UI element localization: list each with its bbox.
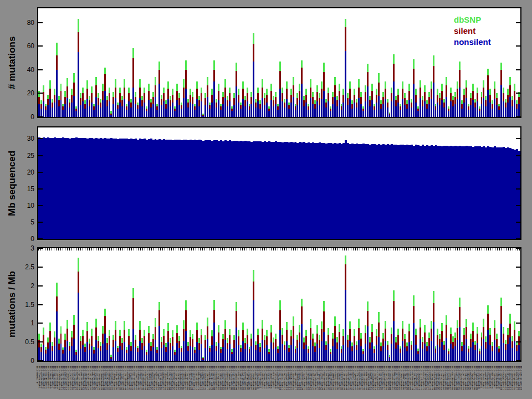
bar-segment-nonsilent — [250, 346, 252, 361]
bar-segment-nonsilent — [385, 99, 386, 117]
y-tick-label: 15 — [27, 185, 34, 193]
bar-segment-dbsnp — [474, 341, 476, 345]
bar-segment-dbsnp — [457, 81, 458, 89]
bar-segment-silent — [264, 340, 265, 348]
bar-segment-nonsilent — [492, 351, 493, 361]
bar-segment-silent — [165, 347, 167, 352]
bar-segment-nonsilent — [479, 111, 480, 117]
y-tick — [38, 45, 43, 47]
bar-segment-dbsnp — [321, 81, 323, 89]
bar-segment-nonsilent — [216, 351, 217, 361]
bar-segment-dbsnp — [150, 342, 152, 346]
y-tick — [516, 341, 520, 342]
bar-segment-nonsilent — [468, 110, 469, 117]
bar-segment-silent — [56, 296, 58, 311]
bar-segment-nonsilent — [481, 104, 483, 117]
bar-segment-silent — [207, 85, 208, 97]
bar-segment-silent — [238, 95, 239, 103]
bar-segment-nonsilent — [117, 109, 119, 117]
bar-segment-silent — [463, 95, 465, 103]
bar-segment-dbsnp — [253, 270, 254, 282]
bar-segment-nonsilent — [286, 341, 288, 361]
bar-segment-dbsnp — [358, 79, 360, 88]
bar-segment-nonsilent — [170, 350, 171, 361]
bar-segment-nonsilent — [144, 103, 145, 117]
bar-segment-nonsilent — [376, 345, 377, 361]
panel-num-mutations: 020406080 — [37, 7, 521, 118]
y-tick — [38, 323, 43, 324]
bar-segment-nonsilent — [323, 332, 325, 361]
bar-segment-nonsilent — [43, 101, 44, 117]
bar-segment-nonsilent — [349, 99, 351, 117]
bar-segment-nonsilent — [190, 103, 191, 117]
bar-segment-silent — [115, 330, 116, 341]
bar-segment-silent — [463, 335, 465, 345]
bar-segment-dbsnp — [450, 328, 452, 334]
bar-segment-silent — [441, 331, 443, 341]
bar-segment-nonsilent — [60, 344, 62, 361]
bar-segment-dbsnp — [446, 77, 447, 85]
bar-segment-dbsnp — [54, 331, 55, 337]
bar-segment-nonsilent — [310, 340, 311, 361]
bar-segment-silent — [470, 339, 472, 347]
bar-segment-nonsilent — [75, 111, 77, 117]
bar-segment-dbsnp — [218, 84, 219, 91]
bar-segment-silent — [161, 342, 162, 348]
bar-segment-nonsilent — [80, 105, 81, 117]
bar-segment-nonsilent — [163, 345, 165, 361]
bar-segment-dbsnp — [286, 322, 288, 330]
bar-segment-dbsnp — [489, 328, 491, 335]
bar-segment-dbsnp — [89, 96, 90, 101]
bar-segment-nonsilent — [279, 89, 281, 117]
bar-segment-nonsilent — [231, 111, 233, 117]
bar-segment-silent — [367, 72, 369, 86]
bar-segment-nonsilent — [507, 103, 509, 117]
bar-segment-nonsilent — [95, 97, 97, 117]
bar-segment-dbsnp — [299, 325, 300, 332]
y-tick-label: 60 — [27, 42, 34, 50]
bar-segment-dbsnp — [406, 342, 408, 346]
bar-segment-silent — [301, 68, 303, 84]
bar-segment-nonsilent — [489, 103, 491, 117]
bar-segment-nonsilent — [247, 101, 248, 117]
bar-segment-nonsilent — [204, 348, 206, 361]
bar-segment-nonsilent — [404, 347, 406, 361]
bar-segment-dbsnp — [66, 320, 68, 329]
bar-segment-dbsnp — [367, 64, 369, 72]
bar-segment-nonsilent — [389, 358, 391, 361]
bar-segment-nonsilent — [194, 110, 196, 117]
bar-segment-silent — [121, 100, 123, 106]
bar-segment-dbsnp — [60, 326, 62, 334]
bar-segment-dbsnp — [253, 33, 254, 44]
bar-segment-dbsnp — [58, 339, 60, 344]
bar-segment-nonsilent — [290, 345, 292, 361]
bar-segment-silent — [262, 329, 263, 340]
bar-segment-dbsnp — [354, 89, 355, 95]
bar-segment-dbsnp — [518, 331, 520, 336]
y-tick-label: 5 — [30, 218, 34, 226]
bar-segment-silent — [290, 336, 292, 345]
bar-segment-silent — [240, 348, 242, 352]
bar-segment-silent — [277, 349, 279, 353]
bar-segment-nonsilent — [470, 347, 472, 361]
bar-segment-silent — [293, 85, 294, 97]
bar-segment-silent — [385, 329, 386, 341]
bar-segment-dbsnp — [303, 96, 305, 101]
bar-segment-dbsnp — [454, 332, 456, 338]
bar-segment-silent — [176, 333, 178, 343]
bar-segment-dbsnp — [369, 337, 371, 342]
bar-segment-silent — [296, 98, 298, 105]
bar-segment-dbsnp — [290, 330, 292, 336]
bar-segment-dbsnp — [441, 323, 443, 331]
bar-segment-dbsnp — [426, 342, 428, 346]
bar-segment-silent — [321, 89, 323, 99]
bar-segment-nonsilent — [468, 352, 469, 361]
bar-segment-nonsilent — [358, 98, 360, 117]
bar-segment-dbsnp — [477, 327, 478, 334]
bar-segment-silent — [150, 346, 152, 351]
bar-segment-dbsnp — [170, 338, 171, 343]
bar-segment-nonsilent — [204, 105, 206, 117]
bar-segment-nonsilent — [424, 101, 426, 117]
bar-segment-silent — [492, 346, 493, 351]
bar-segment-dbsnp — [178, 336, 180, 341]
